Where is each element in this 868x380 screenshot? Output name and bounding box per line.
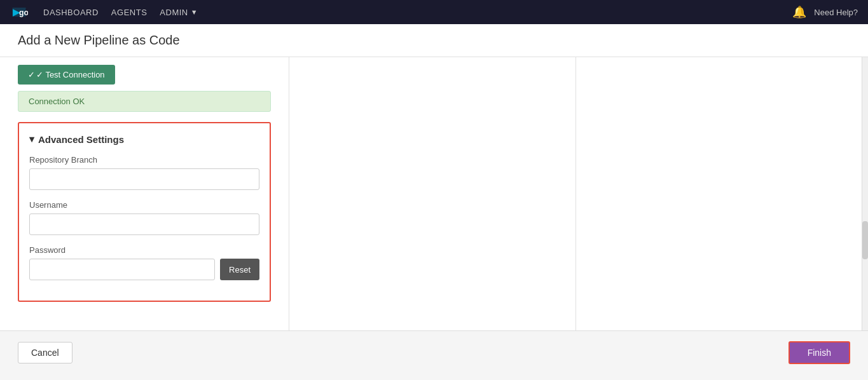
password-input[interactable] bbox=[29, 259, 215, 280]
reset-button[interactable]: Reset bbox=[220, 259, 259, 280]
connection-ok-label: Connection OK bbox=[29, 97, 85, 106]
right-panel-2 bbox=[576, 57, 862, 330]
top-navigation: ▶ go DASHBOARD AGENTS ADMIN ▼ 🔔 Need Hel… bbox=[0, 0, 868, 24]
logo[interactable]: ▶ go bbox=[10, 3, 28, 21]
nav-dashboard[interactable]: DASHBOARD bbox=[43, 8, 99, 17]
scrollbar-track[interactable] bbox=[862, 57, 868, 330]
right-panels bbox=[289, 57, 862, 330]
right-panel-1 bbox=[289, 57, 576, 330]
svg-text:go: go bbox=[19, 8, 28, 17]
nav-right: 🔔 Need Help? bbox=[792, 5, 858, 19]
advanced-settings-label: Advanced Settings bbox=[38, 134, 124, 145]
chevron-down-icon: ▾ bbox=[29, 133, 34, 145]
advanced-settings-box: ▾ Advanced Settings Repository Branch Us… bbox=[18, 122, 271, 302]
advanced-settings-title: ▾ Advanced Settings bbox=[29, 133, 259, 145]
password-row: Reset bbox=[29, 259, 259, 280]
scrollbar-thumb[interactable] bbox=[862, 221, 868, 259]
repository-branch-group: Repository Branch bbox=[29, 155, 259, 190]
notification-bell-icon[interactable]: 🔔 bbox=[792, 5, 806, 19]
checkmark-icon: ✓ bbox=[28, 70, 35, 79]
test-connection-button[interactable]: ✓ ✓ Test Connection bbox=[18, 65, 115, 85]
nav-agents[interactable]: AGENTS bbox=[111, 8, 147, 17]
help-link[interactable]: Need Help? bbox=[814, 8, 858, 17]
nav-links: DASHBOARD AGENTS ADMIN ▼ bbox=[43, 8, 777, 17]
username-group: Username bbox=[29, 200, 259, 235]
footer: Cancel Finish bbox=[0, 330, 868, 374]
page-header: Add a New Pipeline as Code bbox=[0, 24, 868, 57]
password-group: Password Reset bbox=[29, 245, 259, 280]
finish-button[interactable]: Finish bbox=[789, 341, 850, 364]
repository-branch-input[interactable] bbox=[29, 168, 259, 190]
admin-dropdown-arrow: ▼ bbox=[191, 8, 198, 16]
password-label: Password bbox=[29, 245, 259, 255]
test-connection-label: ✓ Test Connection bbox=[36, 70, 105, 79]
nav-admin[interactable]: ADMIN bbox=[160, 8, 188, 17]
repository-branch-label: Repository Branch bbox=[29, 155, 259, 165]
username-input[interactable] bbox=[29, 214, 259, 235]
connection-ok-message: Connection OK bbox=[18, 91, 271, 112]
cancel-button[interactable]: Cancel bbox=[18, 342, 72, 363]
main-content: ✓ ✓ Test Connection Connection OK ▾ Adva… bbox=[0, 57, 868, 330]
page-title: Add a New Pipeline as Code bbox=[18, 33, 850, 48]
username-label: Username bbox=[29, 200, 259, 210]
left-panel: ✓ ✓ Test Connection Connection OK ▾ Adva… bbox=[0, 57, 289, 330]
go-logo-icon: ▶ go bbox=[10, 3, 28, 21]
